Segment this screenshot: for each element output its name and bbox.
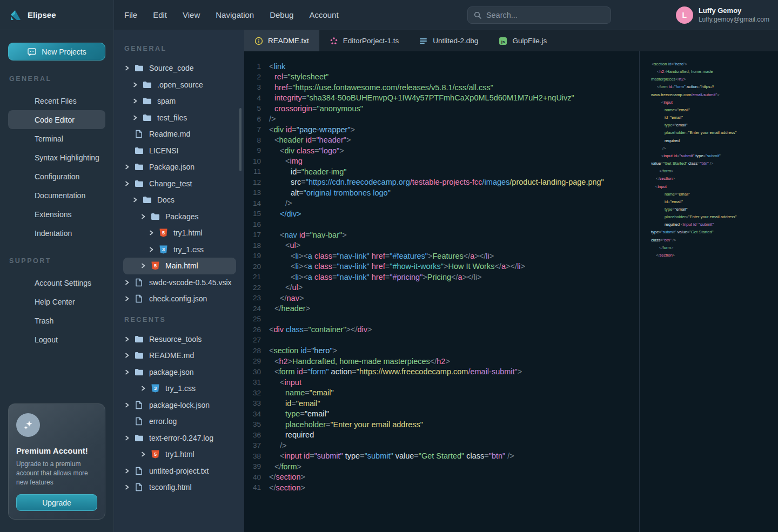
bell-icon[interactable] xyxy=(628,9,640,21)
sidebar-item-help-center[interactable]: Help Center xyxy=(8,292,105,311)
tree-item-package-json[interactable]: Package.json xyxy=(123,159,236,176)
chevron-right-icon xyxy=(125,435,129,441)
lines-icon xyxy=(419,37,428,45)
sidebar-item-trash[interactable]: Trash xyxy=(8,311,105,330)
tree-item-open-source[interactable]: .open_source xyxy=(123,77,236,93)
premium-body: Upgrade to a premium account that allows… xyxy=(16,460,97,487)
line-number: 8 xyxy=(244,136,261,144)
sidebar-item-label: Documentation xyxy=(35,191,85,200)
code-line: 16 xyxy=(244,219,639,230)
tree-item-packages[interactable]: Packages xyxy=(123,208,236,225)
code-editor[interactable]: 1<link2rel="stylesheet"3href="https://us… xyxy=(244,51,639,532)
sidebar-item-label: Account Settings xyxy=(35,279,91,287)
chevron-right-icon xyxy=(141,263,145,268)
sidebar-item-terminal[interactable]: Terminal xyxy=(8,129,105,148)
file-explorer: GENERAL Source_code.open_sourcespamtest_… xyxy=(114,30,244,532)
line-number: 4 xyxy=(244,94,261,102)
code-text: <div class="container"></div> xyxy=(269,325,372,334)
code-line: 11id="header-img" xyxy=(244,166,639,177)
sidebar-item-documentation[interactable]: Documentation xyxy=(8,186,105,205)
search-icon xyxy=(473,11,482,19)
tree-item-label: LICENSI xyxy=(149,146,178,155)
tree-item-untlited-project-txt[interactable]: untlited-project.txt xyxy=(123,463,236,480)
sidebar-item-label: Extensions xyxy=(35,210,71,219)
code-line: 10<img xyxy=(244,156,639,167)
new-projects-button[interactable]: New Projects xyxy=(8,43,105,60)
tab-untlited-2-dbg[interactable]: Untlited-2.dbg xyxy=(409,30,488,51)
tab-editorporject-1-ts[interactable]: EditorPorject-1.ts xyxy=(319,30,410,51)
code-text: href="https://use.fontawesome.com/releas… xyxy=(269,83,493,92)
tree-item-docs[interactable]: Docs xyxy=(123,192,236,208)
sidebar-item-syntax-highlighting[interactable]: Syntax Highlighting xyxy=(8,148,105,167)
tree-item-readme-md[interactable]: Readme.md xyxy=(123,126,236,143)
upgrade-button[interactable]: Upgrade xyxy=(16,494,97,511)
tree-item-source-code[interactable]: Source_code xyxy=(123,60,236,77)
sidebar-item-recent-files[interactable]: Recent Files xyxy=(8,91,105,110)
menu-view[interactable]: View xyxy=(183,10,200,19)
tree-item-readme-md[interactable]: README.md xyxy=(123,347,236,364)
sidebar-item-configuration[interactable]: Configuration xyxy=(8,167,105,186)
menu-navigation[interactable]: Navigation xyxy=(216,10,254,19)
code-line: 25 xyxy=(244,314,639,325)
tree-item-test-files[interactable]: test_files xyxy=(123,110,236,126)
sidebar-item-logout[interactable]: Logout xyxy=(8,330,105,349)
sidebar-item-code-editor[interactable]: Code Editor xyxy=(8,110,105,129)
editor-wrap: 1<link2rel="stylesheet"3href="https://us… xyxy=(244,51,778,532)
tree-item-try-1-css[interactable]: 3try_1.css xyxy=(123,380,236,397)
page-icon xyxy=(134,467,144,475)
tree-item-try1-html[interactable]: 5try1.html xyxy=(123,446,236,463)
code-line: 35placeholder="Enter your email address" xyxy=(244,419,639,430)
tree-item-error-log[interactable]: error.log xyxy=(123,413,236,430)
sidebar-item-label: Indentation xyxy=(35,229,72,238)
sidebar-item-indentation[interactable]: Indentation xyxy=(8,224,105,243)
tree-item-package-lock-json[interactable]: package-lock.json xyxy=(123,397,236,414)
user-meta: Luffy Gemoy Luffy.gemoy@gmail.com xyxy=(699,6,769,23)
menu-debug[interactable]: Debug xyxy=(270,10,293,19)
tree-item-try-1-css[interactable]: 3try_1.css xyxy=(123,241,236,258)
sidebar-item-account-settings[interactable]: Account Settings xyxy=(8,273,105,292)
search-box[interactable] xyxy=(467,6,611,24)
tree-item-spam[interactable]: spam xyxy=(123,93,236,110)
tree-item-tsconfig-html[interactable]: tsconfig.html xyxy=(123,479,236,496)
topbar-left: Elipsee xyxy=(0,0,114,30)
new-projects-label: New Projects xyxy=(42,48,86,56)
tab-gulpfile-js[interactable]: jsGulpFile.js xyxy=(488,30,557,51)
tree-item-check-config-json[interactable]: check.config.json xyxy=(123,291,236,307)
tree-item-licensi[interactable]: LICENSI xyxy=(123,143,236,159)
search-input[interactable] xyxy=(486,11,600,19)
sidebar-support-items: Account SettingsHelp CenterTrashLogout xyxy=(0,273,113,349)
minimap-line: type="email" xyxy=(651,122,775,129)
moon-theme-icon[interactable] xyxy=(650,9,662,21)
chevron-right-icon xyxy=(125,336,129,342)
line-number: 16 xyxy=(244,220,261,228)
minimap-line: </form> xyxy=(651,167,775,175)
tree-item-change-test[interactable]: Change_test xyxy=(123,176,236,192)
minimap-line: name="email" xyxy=(651,106,775,114)
sidebar-general-items: Recent FilesCode EditorTerminalSyntax Hi… xyxy=(0,91,113,243)
code-line: 37/> xyxy=(244,440,639,451)
tab-readme-txt[interactable]: README.txt xyxy=(244,30,319,51)
tree-item-label: Readme.md xyxy=(149,130,190,138)
tree-item-label: package-lock.json xyxy=(149,401,210,409)
tree-item-main-html[interactable]: 5Main.html xyxy=(123,258,236,274)
code-line: 28<section id="hero"> xyxy=(244,346,639,356)
tree-item-text-error-0-247-log[interactable]: text-error-0.247.log xyxy=(123,430,236,447)
page-icon xyxy=(134,278,144,287)
menu-file[interactable]: File xyxy=(124,10,137,19)
tree-item-label: check.config.json xyxy=(149,294,207,303)
tree-item-try1-html[interactable]: 5try1.html xyxy=(123,225,236,241)
menu-edit[interactable]: Edit xyxy=(153,10,167,19)
user-chip[interactable]: L Luffy Gemoy Luffy.gemoy@gmail.com xyxy=(676,6,769,24)
collapse-sidebar-icon[interactable] xyxy=(94,9,106,21)
explorer-scrollbar[interactable] xyxy=(239,108,242,171)
code-line: 21<li><a class="nav-link" href="#pricing… xyxy=(244,272,639,282)
tree-item-swdc-vscode-0-5-45-vsix[interactable]: swdc-vscode-0.5.45.vsix xyxy=(123,274,236,291)
tree-item-package-json[interactable]: package.json xyxy=(123,364,236,381)
tree-item-resuorce-tools[interactable]: Resuorce_tools xyxy=(123,331,236,348)
minimap-line: </section> xyxy=(651,252,775,259)
sidebar-item-extensions[interactable]: Extensions xyxy=(8,205,105,224)
menu-account[interactable]: Account xyxy=(309,10,338,19)
tree-item-label: Package.json xyxy=(149,163,194,171)
premium-title: Premium Account! xyxy=(16,446,97,455)
minimap[interactable]: <section id="hero"><h2>Handcrafted, home… xyxy=(639,51,778,532)
